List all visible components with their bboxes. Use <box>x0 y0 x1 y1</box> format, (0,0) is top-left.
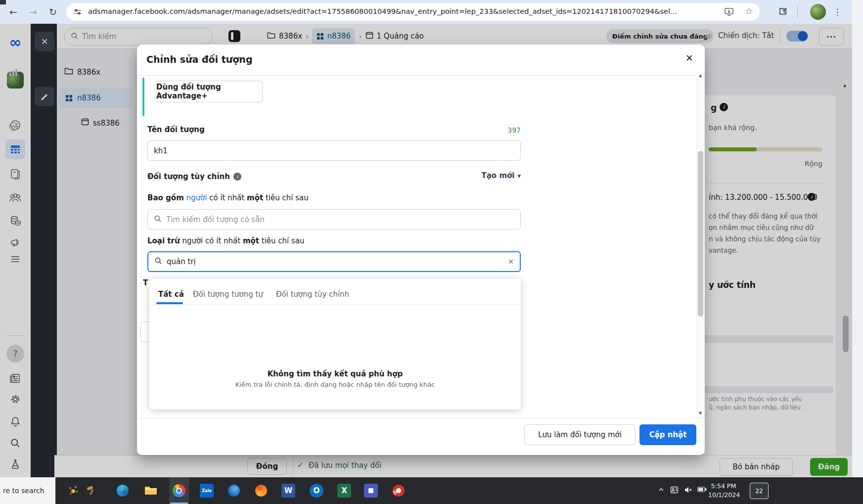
tabs-divider <box>149 305 521 305</box>
empty-results-subtitle: Kiểm tra lỗi chính tả, định dạng hoặc nh… <box>149 381 521 388</box>
taskbar-red-app-icon[interactable] <box>392 484 406 498</box>
tab-all[interactable]: Tất cả <box>158 290 184 299</box>
windows-taskbar: re to search Zalo <box>0 477 863 504</box>
screen: ← → ↻ adsmanager.facebook.com/adsmanager… <box>0 0 863 504</box>
hidden-input-fragment <box>140 321 149 342</box>
taskbar-search-box[interactable]: re to search <box>0 477 55 504</box>
taskbar-chrome-active-slot[interactable] <box>169 477 189 504</box>
tray-contact-icon[interactable] <box>670 486 679 496</box>
browser-forward-button[interactable]: → <box>26 4 41 19</box>
browser-toolbar: ← → ↻ adsmanager.facebook.com/adsmanager… <box>0 0 852 24</box>
taskbar-excel-icon[interactable]: X <box>337 484 351 498</box>
create-new-dropdown[interactable]: Tạo mới ▾ <box>482 171 521 180</box>
active-section-accent <box>142 78 144 116</box>
info-icon[interactable]: i <box>233 173 241 181</box>
hidden-content-fragment: T <box>143 278 148 288</box>
empty-results-title: Không tìm thấy kết quả phù hợp <box>149 369 521 378</box>
taskbar-search-text: re to search <box>0 487 45 495</box>
chrome-icon <box>172 484 186 498</box>
active-tab-underline <box>156 302 183 304</box>
audience-name-input[interactable] <box>147 140 521 161</box>
update-audience-button[interactable]: Cập nhật <box>639 424 696 445</box>
exclude-search-field[interactable]: ✕ <box>147 251 521 272</box>
tray-time: 5:54 PM <box>708 482 739 491</box>
modal-scrollbar[interactable]: ▲ ▼ <box>696 72 705 418</box>
taskbar-app-edge-icon[interactable] <box>116 484 130 498</box>
custom-audience-header: Đối tượng tùy chỉnh i <box>147 172 241 181</box>
name-char-counter: 397 <box>507 126 521 134</box>
search-icon <box>154 215 162 225</box>
browser-reload-button[interactable]: ↻ <box>45 4 60 19</box>
browser-profile-avatar[interactable] <box>810 4 826 20</box>
tray-battery-icon[interactable] <box>697 486 707 494</box>
modal-scrollbar-thumb[interactable] <box>698 151 703 317</box>
install-icon[interactable] <box>724 7 734 19</box>
modal-footer-divider <box>137 418 705 418</box>
include-criteria-line: Bao gồm người có ít nhất một tiêu chí sa… <box>147 193 309 202</box>
taskbar-word-icon[interactable]: W <box>281 484 295 498</box>
bookmark-star-icon[interactable]: ☆ <box>745 5 753 16</box>
extensions-puzzle-icon[interactable] <box>777 6 788 19</box>
browser-back-button[interactable]: ← <box>6 4 21 19</box>
taskbar-teams-icon[interactable] <box>364 484 378 498</box>
modal-close-button[interactable]: ✕ <box>680 48 699 67</box>
notification-count-badge: 22 <box>755 488 763 495</box>
tray-date: 10/1/2024 <box>708 491 739 500</box>
address-bar[interactable]: adsmanager.facebook.com/adsmanager/manag… <box>66 3 760 21</box>
clear-input-icon[interactable]: ✕ <box>508 258 514 266</box>
save-as-new-audience-button[interactable]: Lưu làm đối tượng mới <box>524 424 636 445</box>
taskbar-file-explorer-icon[interactable] <box>144 484 158 498</box>
taskbar-orange-app-icon[interactable] <box>254 484 268 498</box>
url-text[interactable]: adsmanager.facebook.com/adsmanager/manag… <box>88 7 716 15</box>
audience-name-label: Tên đối tượng <box>147 125 205 134</box>
caret-down-icon: ▾ <box>517 172 521 180</box>
window-corner-artifact <box>0 0 6 4</box>
desktop-wallpaper <box>852 0 863 477</box>
notification-center-icon[interactable]: 22 <box>750 483 769 499</box>
people-link[interactable]: người <box>186 193 207 202</box>
scroll-up-arrow[interactable]: ▲ <box>699 73 702 78</box>
taskbar-thunderbird-icon[interactable] <box>227 484 241 498</box>
tray-chevron-icon[interactable] <box>658 486 665 495</box>
tray-clock[interactable]: 5:54 PM 10/1/2024 <box>708 482 739 500</box>
include-search-field[interactable] <box>147 209 521 229</box>
edit-audience-modal: Chỉnh sửa đối tượng ✕ Dùng đối tượng Adv… <box>137 45 705 455</box>
site-info-icon[interactable] <box>73 7 82 16</box>
browser-menu-icon[interactable]: ⋮ <box>830 4 845 19</box>
tray-volume-icon[interactable] <box>684 486 693 496</box>
taskbar-app-colorful-icon[interactable] <box>66 484 80 498</box>
modal-header-divider <box>137 75 705 76</box>
advantage-audience-button[interactable]: Dùng đối tượng Advantage+ <box>156 81 263 102</box>
modal-title: Chỉnh sửa đối tượng <box>146 54 253 65</box>
toolbar-divider <box>797 6 798 18</box>
scroll-down-arrow[interactable]: ▼ <box>699 411 702 415</box>
search-icon <box>154 257 162 267</box>
exclude-criteria-line: Loại trừ người có ít nhất một tiêu chí s… <box>147 236 305 245</box>
audience-results-panel: Tất cả Đối tượng tương tự Đối tượng tùy … <box>149 278 521 410</box>
taskbar-zalo-icon[interactable]: Zalo <box>200 484 214 498</box>
tab-custom[interactable]: Đối tượng tùy chỉnh <box>276 290 349 299</box>
taskbar-app-hammer-icon[interactable] <box>84 484 98 498</box>
taskbar-outlook-icon[interactable]: O <box>310 484 323 498</box>
tab-lookalike[interactable]: Đối tượng tương tự <box>193 290 263 299</box>
